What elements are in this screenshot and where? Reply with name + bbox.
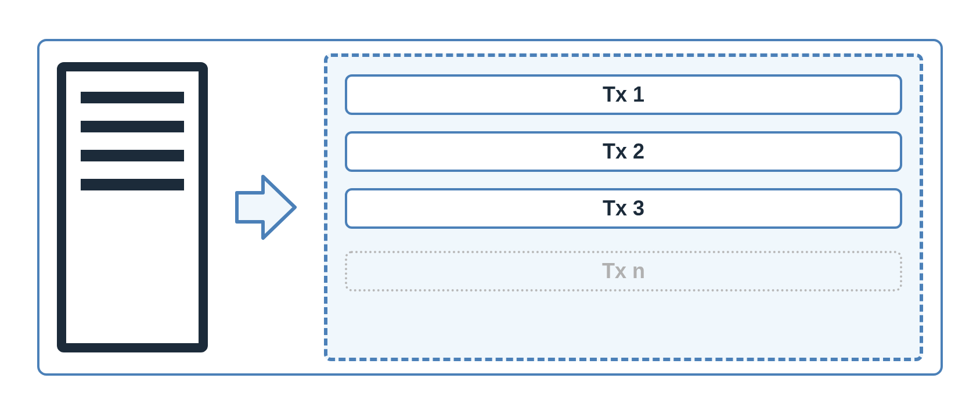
transaction-label-placeholder: Tx n bbox=[602, 259, 645, 283]
document-line bbox=[81, 121, 184, 132]
document-icon bbox=[57, 62, 208, 352]
transaction-label: Tx 1 bbox=[603, 82, 644, 107]
arrow-icon bbox=[231, 170, 301, 245]
transaction-box-placeholder: Tx n bbox=[345, 251, 902, 291]
document-line bbox=[81, 179, 184, 190]
transaction-list-container: Tx 1 Tx 2 Tx 3 Tx n bbox=[324, 53, 923, 361]
transaction-box: Tx 2 bbox=[345, 131, 902, 172]
document-line bbox=[81, 92, 184, 103]
document-line bbox=[81, 150, 184, 161]
transaction-label: Tx 3 bbox=[603, 196, 644, 221]
transaction-label: Tx 2 bbox=[603, 139, 644, 164]
transaction-box: Tx 1 bbox=[345, 74, 902, 115]
diagram-container: Tx 1 Tx 2 Tx 3 Tx n bbox=[37, 39, 943, 376]
transaction-box: Tx 3 bbox=[345, 188, 902, 229]
